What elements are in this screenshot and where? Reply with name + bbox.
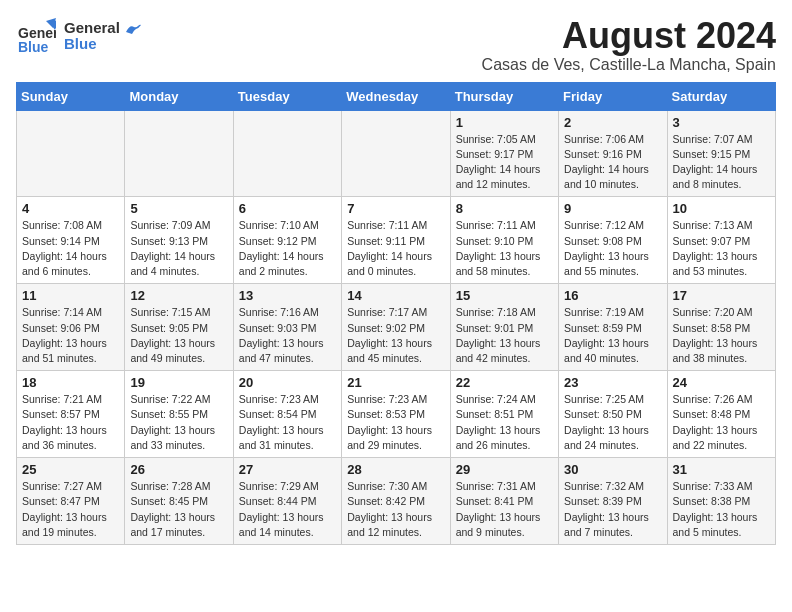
header-sunday: Sunday xyxy=(17,82,125,110)
calendar-header: SundayMondayTuesdayWednesdayThursdayFrid… xyxy=(17,82,776,110)
calendar-cell: 26Sunrise: 7:28 AMSunset: 8:45 PMDayligh… xyxy=(125,458,233,545)
day-info: Sunrise: 7:23 AMSunset: 8:54 PMDaylight:… xyxy=(239,392,336,453)
title-block: August 2024 Casas de Ves, Castille-La Ma… xyxy=(482,16,776,74)
svg-text:Blue: Blue xyxy=(18,39,49,55)
calendar-cell: 25Sunrise: 7:27 AMSunset: 8:47 PMDayligh… xyxy=(17,458,125,545)
header-saturday: Saturday xyxy=(667,82,775,110)
logo-bird-icon xyxy=(124,22,142,36)
day-info: Sunrise: 7:08 AMSunset: 9:14 PMDaylight:… xyxy=(22,218,119,279)
day-info: Sunrise: 7:22 AMSunset: 8:55 PMDaylight:… xyxy=(130,392,227,453)
day-info: Sunrise: 7:26 AMSunset: 8:48 PMDaylight:… xyxy=(673,392,770,453)
day-number: 31 xyxy=(673,462,770,477)
calendar-cell: 18Sunrise: 7:21 AMSunset: 8:57 PMDayligh… xyxy=(17,371,125,458)
calendar-cell: 30Sunrise: 7:32 AMSunset: 8:39 PMDayligh… xyxy=(559,458,667,545)
calendar-cell: 20Sunrise: 7:23 AMSunset: 8:54 PMDayligh… xyxy=(233,371,341,458)
day-info: Sunrise: 7:18 AMSunset: 9:01 PMDaylight:… xyxy=(456,305,553,366)
day-number: 8 xyxy=(456,201,553,216)
calendar-cell: 21Sunrise: 7:23 AMSunset: 8:53 PMDayligh… xyxy=(342,371,450,458)
day-info: Sunrise: 7:30 AMSunset: 8:42 PMDaylight:… xyxy=(347,479,444,540)
day-info: Sunrise: 7:16 AMSunset: 9:03 PMDaylight:… xyxy=(239,305,336,366)
day-info: Sunrise: 7:05 AMSunset: 9:17 PMDaylight:… xyxy=(456,132,553,193)
calendar-cell: 27Sunrise: 7:29 AMSunset: 8:44 PMDayligh… xyxy=(233,458,341,545)
day-info: Sunrise: 7:11 AMSunset: 9:11 PMDaylight:… xyxy=(347,218,444,279)
day-info: Sunrise: 7:17 AMSunset: 9:02 PMDaylight:… xyxy=(347,305,444,366)
logo-text-blue: Blue xyxy=(64,36,142,53)
day-number: 29 xyxy=(456,462,553,477)
calendar-cell: 24Sunrise: 7:26 AMSunset: 8:48 PMDayligh… xyxy=(667,371,775,458)
day-info: Sunrise: 7:28 AMSunset: 8:45 PMDaylight:… xyxy=(130,479,227,540)
day-number: 10 xyxy=(673,201,770,216)
day-number: 22 xyxy=(456,375,553,390)
calendar-cell: 11Sunrise: 7:14 AMSunset: 9:06 PMDayligh… xyxy=(17,284,125,371)
day-info: Sunrise: 7:33 AMSunset: 8:38 PMDaylight:… xyxy=(673,479,770,540)
day-info: Sunrise: 7:32 AMSunset: 8:39 PMDaylight:… xyxy=(564,479,661,540)
calendar-cell: 31Sunrise: 7:33 AMSunset: 8:38 PMDayligh… xyxy=(667,458,775,545)
header-monday: Monday xyxy=(125,82,233,110)
day-number: 18 xyxy=(22,375,119,390)
calendar-week-1: 1Sunrise: 7:05 AMSunset: 9:17 PMDaylight… xyxy=(17,110,776,197)
day-number: 3 xyxy=(673,115,770,130)
day-number: 11 xyxy=(22,288,119,303)
calendar-cell: 15Sunrise: 7:18 AMSunset: 9:01 PMDayligh… xyxy=(450,284,558,371)
header-tuesday: Tuesday xyxy=(233,82,341,110)
header-wednesday: Wednesday xyxy=(342,82,450,110)
calendar-cell: 17Sunrise: 7:20 AMSunset: 8:58 PMDayligh… xyxy=(667,284,775,371)
logo-icon: General Blue xyxy=(16,16,56,56)
calendar-cell: 14Sunrise: 7:17 AMSunset: 9:02 PMDayligh… xyxy=(342,284,450,371)
header-row: SundayMondayTuesdayWednesdayThursdayFrid… xyxy=(17,82,776,110)
calendar-cell: 22Sunrise: 7:24 AMSunset: 8:51 PMDayligh… xyxy=(450,371,558,458)
day-number: 7 xyxy=(347,201,444,216)
calendar-cell: 7Sunrise: 7:11 AMSunset: 9:11 PMDaylight… xyxy=(342,197,450,284)
header-thursday: Thursday xyxy=(450,82,558,110)
logo: General Blue General Blue xyxy=(16,16,142,56)
day-info: Sunrise: 7:11 AMSunset: 9:10 PMDaylight:… xyxy=(456,218,553,279)
day-number: 6 xyxy=(239,201,336,216)
day-number: 28 xyxy=(347,462,444,477)
day-info: Sunrise: 7:24 AMSunset: 8:51 PMDaylight:… xyxy=(456,392,553,453)
calendar-cell: 8Sunrise: 7:11 AMSunset: 9:10 PMDaylight… xyxy=(450,197,558,284)
day-info: Sunrise: 7:29 AMSunset: 8:44 PMDaylight:… xyxy=(239,479,336,540)
day-number: 26 xyxy=(130,462,227,477)
day-info: Sunrise: 7:09 AMSunset: 9:13 PMDaylight:… xyxy=(130,218,227,279)
day-number: 2 xyxy=(564,115,661,130)
calendar-cell xyxy=(233,110,341,197)
calendar-cell: 23Sunrise: 7:25 AMSunset: 8:50 PMDayligh… xyxy=(559,371,667,458)
calendar-table: SundayMondayTuesdayWednesdayThursdayFrid… xyxy=(16,82,776,545)
day-info: Sunrise: 7:27 AMSunset: 8:47 PMDaylight:… xyxy=(22,479,119,540)
calendar-cell: 9Sunrise: 7:12 AMSunset: 9:08 PMDaylight… xyxy=(559,197,667,284)
page-title: August 2024 xyxy=(482,16,776,56)
day-number: 21 xyxy=(347,375,444,390)
calendar-week-5: 25Sunrise: 7:27 AMSunset: 8:47 PMDayligh… xyxy=(17,458,776,545)
calendar-week-3: 11Sunrise: 7:14 AMSunset: 9:06 PMDayligh… xyxy=(17,284,776,371)
calendar-cell: 1Sunrise: 7:05 AMSunset: 9:17 PMDaylight… xyxy=(450,110,558,197)
day-number: 20 xyxy=(239,375,336,390)
calendar-cell xyxy=(17,110,125,197)
day-number: 14 xyxy=(347,288,444,303)
header-friday: Friday xyxy=(559,82,667,110)
calendar-body: 1Sunrise: 7:05 AMSunset: 9:17 PMDaylight… xyxy=(17,110,776,544)
logo-text-general: General xyxy=(64,20,142,37)
day-info: Sunrise: 7:23 AMSunset: 8:53 PMDaylight:… xyxy=(347,392,444,453)
day-number: 1 xyxy=(456,115,553,130)
day-number: 27 xyxy=(239,462,336,477)
calendar-cell: 6Sunrise: 7:10 AMSunset: 9:12 PMDaylight… xyxy=(233,197,341,284)
day-info: Sunrise: 7:12 AMSunset: 9:08 PMDaylight:… xyxy=(564,218,661,279)
day-number: 23 xyxy=(564,375,661,390)
calendar-cell: 16Sunrise: 7:19 AMSunset: 8:59 PMDayligh… xyxy=(559,284,667,371)
day-number: 25 xyxy=(22,462,119,477)
calendar-cell: 19Sunrise: 7:22 AMSunset: 8:55 PMDayligh… xyxy=(125,371,233,458)
day-info: Sunrise: 7:20 AMSunset: 8:58 PMDaylight:… xyxy=(673,305,770,366)
day-info: Sunrise: 7:07 AMSunset: 9:15 PMDaylight:… xyxy=(673,132,770,193)
day-number: 15 xyxy=(456,288,553,303)
day-number: 19 xyxy=(130,375,227,390)
calendar-cell: 12Sunrise: 7:15 AMSunset: 9:05 PMDayligh… xyxy=(125,284,233,371)
day-info: Sunrise: 7:21 AMSunset: 8:57 PMDaylight:… xyxy=(22,392,119,453)
day-info: Sunrise: 7:10 AMSunset: 9:12 PMDaylight:… xyxy=(239,218,336,279)
day-number: 12 xyxy=(130,288,227,303)
day-number: 30 xyxy=(564,462,661,477)
day-info: Sunrise: 7:25 AMSunset: 8:50 PMDaylight:… xyxy=(564,392,661,453)
day-number: 4 xyxy=(22,201,119,216)
calendar-cell: 13Sunrise: 7:16 AMSunset: 9:03 PMDayligh… xyxy=(233,284,341,371)
calendar-week-2: 4Sunrise: 7:08 AMSunset: 9:14 PMDaylight… xyxy=(17,197,776,284)
day-info: Sunrise: 7:15 AMSunset: 9:05 PMDaylight:… xyxy=(130,305,227,366)
